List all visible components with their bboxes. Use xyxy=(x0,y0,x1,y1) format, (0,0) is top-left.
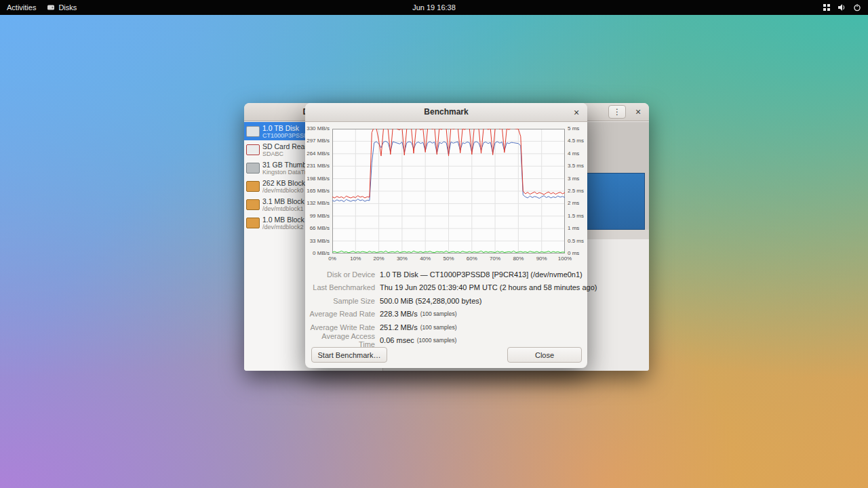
menu-icon: ⋮ xyxy=(613,107,621,117)
volume-icon xyxy=(837,3,846,12)
detail-value: 500.0 MiB (524,288,000 bytes) xyxy=(380,297,481,305)
detail-value: 251.2 MB/s xyxy=(380,323,418,331)
x-axis-tick: 20% xyxy=(369,256,389,262)
detail-label: Average Read Rate xyxy=(305,310,375,318)
x-axis-tick: 30% xyxy=(392,256,412,262)
desktop-background: Activities Disks Jun 19 16:38 xyxy=(0,0,868,488)
detail-row: Average Access Time0.06 msec(1000 sample… xyxy=(305,334,587,348)
top-bar: Activities Disks Jun 19 16:38 xyxy=(0,0,868,15)
x-axis-tick: 50% xyxy=(439,256,459,262)
focused-app-indicator[interactable]: Disks xyxy=(47,3,77,12)
y-axis-right-tick: 0.5 ms xyxy=(568,238,587,245)
detail-note: (100 samples) xyxy=(420,310,457,317)
y-axis-right-tick: 3 ms xyxy=(568,176,587,182)
close-button[interactable]: Close xyxy=(507,347,582,363)
detail-value: 0.06 msec xyxy=(380,336,414,344)
block-device-icon xyxy=(246,181,260,192)
x-axis-tick: 70% xyxy=(485,256,505,262)
y-axis-left-tick: 66 MB/s xyxy=(305,225,330,232)
detail-label: Last Benchmarked xyxy=(305,283,375,291)
benchmark-details: Disk or Device1.0 TB Disk — CT1000P3PSSD… xyxy=(305,268,587,347)
y-axis-left-tick: 33 MB/s xyxy=(305,238,330,245)
x-axis-tick: 0% xyxy=(322,256,342,262)
close-icon: × xyxy=(635,106,641,117)
detail-label: Disk or Device xyxy=(305,270,375,279)
disks-app-icon xyxy=(47,3,55,12)
detail-row: Disk or Device1.0 TB Disk — CT1000P3PSSD… xyxy=(305,268,587,281)
y-axis-left-tick: 330 MB/s xyxy=(305,125,330,132)
benchmark-headerbar: Benchmark × xyxy=(305,103,587,122)
top-bar-center: Jun 19 16:38 xyxy=(0,3,868,12)
y-axis-left-tick: 165 MB/s xyxy=(305,188,330,195)
dialog-close-button[interactable]: × xyxy=(570,106,583,119)
sidebar-item-text: 1.0 TB DiskCT1000P3PSSD8 xyxy=(262,124,312,139)
x-axis-tick: 80% xyxy=(508,256,528,262)
block-device-icon xyxy=(246,199,260,210)
x-axis-tick: 60% xyxy=(462,256,482,262)
x-axis-tick: 10% xyxy=(345,256,366,262)
focused-app-label: Disks xyxy=(58,3,77,12)
benchmark-dialog: Benchmark × 330 MB/s297 MB/s264 MB/s231 … xyxy=(305,103,587,368)
tray-grid-icon xyxy=(823,3,831,12)
y-axis-left-tick: 99 MB/s xyxy=(305,213,330,220)
detail-label: Average Write Rate xyxy=(305,323,375,331)
y-axis-left-tick: 198 MB/s xyxy=(305,176,330,182)
detail-note: (100 samples) xyxy=(420,324,457,331)
benchmark-title: Benchmark xyxy=(305,103,587,121)
disk-title: 1.0 TB Disk xyxy=(262,124,312,132)
y-axis-left-tick: 297 MB/s xyxy=(305,138,330,144)
activities-button[interactable]: Activities xyxy=(7,3,36,12)
detail-label: Average Access Time xyxy=(305,332,375,348)
y-axis-right-tick: 1 ms xyxy=(568,225,587,232)
clock[interactable]: Jun 19 16:38 xyxy=(412,3,456,12)
close-icon: × xyxy=(574,107,579,118)
detail-value: 1.0 TB Disk — CT1000P3PSSD8 [P9CR413] (/… xyxy=(380,270,583,279)
system-status-area[interactable] xyxy=(823,0,861,15)
detail-label: Sample Size xyxy=(305,297,375,305)
y-axis-right-tick: 5 ms xyxy=(568,125,587,132)
thumb-drive-icon xyxy=(246,163,260,174)
window-close-button[interactable]: × xyxy=(631,105,645,119)
block-device-icon xyxy=(246,218,260,228)
y-axis-left-tick: 264 MB/s xyxy=(305,150,330,157)
sd-card-reader-icon xyxy=(246,144,260,155)
detail-note: (1000 samples) xyxy=(417,337,457,344)
benchmark-chart: 330 MB/s297 MB/s264 MB/s231 MB/s198 MB/s… xyxy=(305,123,587,266)
x-axis-tick: 100% xyxy=(555,256,575,262)
detail-value: 228.3 MB/s xyxy=(380,310,418,318)
y-axis-left-tick: 231 MB/s xyxy=(305,163,330,169)
y-axis-right-tick: 4 ms xyxy=(568,150,587,157)
ssd-drive-icon xyxy=(246,126,260,137)
benchmark-plot xyxy=(332,129,565,253)
detail-row: Sample Size500.0 MiB (524,288,000 bytes) xyxy=(305,294,587,308)
x-axis-tick: 90% xyxy=(532,256,552,262)
y-axis-right-tick: 2 ms xyxy=(568,200,587,207)
top-bar-left: Activities Disks xyxy=(7,3,77,12)
y-axis-right-tick: 1.5 ms xyxy=(568,213,587,220)
detail-value: Thu 19 Jun 2025 01:39:40 PM UTC (2 hours… xyxy=(380,283,597,291)
y-axis-left-tick: 132 MB/s xyxy=(305,200,330,207)
start-benchmark-button[interactable]: Start Benchmark… xyxy=(311,347,387,363)
app-menu-button[interactable]: ⋮ xyxy=(608,105,626,119)
power-icon xyxy=(853,3,861,12)
x-axis-tick: 40% xyxy=(415,256,435,262)
y-axis-right-tick: 3.5 ms xyxy=(568,163,587,169)
y-axis-right-tick: 2.5 ms xyxy=(568,188,587,195)
detail-row: Average Read Rate228.3 MB/s(100 samples) xyxy=(305,308,587,321)
y-axis-right-tick: 4.5 ms xyxy=(568,138,587,144)
detail-row: Last BenchmarkedThu 19 Jun 2025 01:39:40… xyxy=(305,281,587,295)
disk-subtitle: CT1000P3PSSD8 xyxy=(262,132,312,139)
